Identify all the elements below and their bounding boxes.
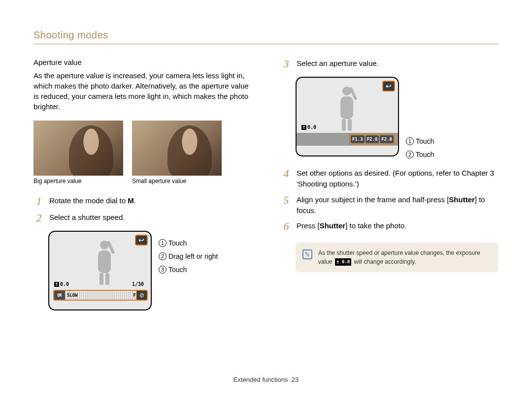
callout-1-text: Touch	[168, 239, 187, 247]
callout-2: 2Drag left or right	[159, 250, 218, 263]
step-6-pre: Press [	[297, 221, 320, 230]
circled-2-icon: 2	[406, 151, 414, 158]
screen-1-callouts: 1Touch 2Drag left or right 3Touch	[159, 237, 218, 310]
callout-1-text: Touch	[416, 137, 434, 145]
callout-2-text: Drag left or right	[168, 252, 218, 260]
slider-track[interactable]: SLOW FAST	[65, 291, 146, 300]
ev-icon-inline: ±	[336, 259, 339, 264]
aperture-option[interactable]: F1.3	[351, 135, 365, 143]
subject-silhouette-icon	[90, 241, 119, 285]
back-icon[interactable]: ↩	[135, 235, 148, 246]
shutter-keyword: Shutter	[320, 221, 346, 230]
step-6-text: Press [Shutter] to take the photo.	[297, 220, 406, 231]
ev-badge-value: 0.0	[342, 259, 350, 264]
shutter-value: 1/30	[132, 281, 144, 287]
step-5-text: Align your subject in the frame and half…	[297, 194, 499, 216]
callout-1: 1Touch	[159, 237, 218, 250]
ev-icon: ±	[301, 125, 306, 130]
page-footer: Extended functions 23	[0, 376, 532, 383]
caption-small-aperture: Small aperture value	[132, 178, 222, 185]
note-info-icon: ✎	[302, 249, 312, 259]
note-box: ✎ As the shutter speed or aperture value…	[296, 243, 499, 272]
ev-badge-icon: ± 0.0	[335, 258, 351, 266]
callout-2: 2Touch	[406, 148, 434, 161]
step-number: 6	[281, 220, 292, 232]
header-rule	[33, 44, 499, 44]
step-3: 3 Select an aperture value.	[281, 58, 499, 70]
step-4-text: Set other options as desired. (For optio…	[297, 168, 499, 189]
callout-3-text: Touch	[168, 266, 187, 274]
shutter-keyword: Shutter	[449, 195, 475, 204]
subject-silhouette-icon	[332, 87, 362, 131]
example-small-aperture: Small aperture value	[132, 121, 222, 185]
circled-2-icon: 2	[159, 252, 166, 260]
circled-1-icon: 1	[406, 137, 414, 145]
ev-readout: ± 0.0	[301, 124, 316, 130]
circled-3-icon: 3	[159, 266, 166, 274]
step-1-post: .	[134, 196, 136, 205]
ev-value: 0.0	[307, 124, 316, 130]
ok-button[interactable]: OK	[54, 291, 65, 300]
right-column: 3 Select an aperture value. ↩ ± 0.0 F1.3…	[281, 58, 499, 310]
step-1: 1 Rotate the mode dial to M.	[33, 195, 251, 207]
circled-1-icon: 1	[159, 239, 166, 247]
shutter-readout: 1/30	[132, 281, 144, 287]
screen-2-wrap: ↩ ± 0.0 F1.3 F2.8 F2.8 1Touch 2Touc	[296, 77, 499, 161]
aperture-option[interactable]: F2.8	[366, 135, 379, 143]
step-4: 4 Set other options as desired. (For opt…	[281, 168, 499, 189]
step-5-pre: Align your subject in the frame and half…	[297, 195, 449, 204]
slow-label: SLOW	[67, 293, 78, 298]
screen-2-callouts: 1Touch 2Touch	[406, 135, 434, 161]
camera-screen-aperture: ↩ ± 0.0 F1.3 F2.8 F2.8	[296, 77, 399, 156]
aperture-subhead: Aperture value	[33, 58, 251, 66]
screen-1-wrap: ↩ ± 0.0 1/30 OK SLOW FAST	[48, 231, 251, 310]
content-columns: Aperture value As the aperture value is …	[33, 58, 499, 310]
photo-big-aperture	[33, 121, 123, 176]
callout-2-text: Touch	[416, 151, 434, 158]
step-1-pre: Rotate the mode dial to	[49, 196, 128, 205]
aperture-body-text: As the aperture value is increased, your…	[33, 70, 251, 112]
lock-icon[interactable]: ⊘	[136, 290, 148, 301]
step-number: 1	[33, 195, 44, 207]
mode-m-icon: M	[128, 196, 134, 205]
ev-readout: ± 0.0	[54, 281, 69, 287]
left-column: Aperture value As the aperture value is …	[33, 58, 251, 310]
step-6: 6 Press [Shutter] to take the photo.	[281, 220, 499, 232]
step-number: 5	[281, 194, 292, 206]
camera-screen-shutter: ↩ ± 0.0 1/30 OK SLOW FAST	[48, 231, 152, 310]
step-2-text: Select a shutter speed.	[49, 212, 125, 223]
photo-small-aperture	[132, 121, 222, 176]
footer-page-number: 23	[292, 376, 299, 383]
callout-3: 3Touch	[159, 263, 218, 277]
callout-1: 1Touch	[406, 135, 434, 148]
back-icon[interactable]: ↩	[382, 81, 395, 92]
step-2: 2 Select a shutter speed.	[33, 212, 251, 224]
step-5: 5 Align your subject in the frame and ha…	[281, 194, 499, 216]
aperture-value-selector[interactable]: F1.3 F2.8 F2.8	[349, 134, 395, 145]
step-1-text: Rotate the mode dial to M.	[49, 195, 136, 206]
step-6-post: ] to take the photo.	[345, 221, 406, 230]
page-header: Shooting modes	[33, 30, 499, 44]
note-text: As the shutter speed or aperture value c…	[318, 248, 492, 266]
aperture-option[interactable]: F2.8	[380, 135, 394, 143]
step-number: 3	[281, 58, 292, 70]
ev-icon: ±	[54, 282, 59, 287]
step-number: 2	[33, 212, 44, 224]
caption-big-aperture: Big aperture value	[33, 178, 123, 185]
footer-section: Extended functions	[233, 376, 288, 383]
steps-left: 1 Rotate the mode dial to M. 2 Select a …	[33, 195, 251, 224]
step-number: 4	[281, 168, 292, 180]
step-3-text: Select an aperture value.	[297, 58, 379, 69]
note-post: will change accordingly.	[354, 258, 416, 265]
shutter-speed-slider[interactable]: OK SLOW FAST	[53, 290, 147, 301]
ev-value: 0.0	[60, 281, 69, 287]
section-title: Shooting modes	[33, 30, 499, 41]
example-photo-row: Big aperture value Small aperture value	[33, 121, 251, 185]
example-big-aperture: Big aperture value	[33, 121, 123, 185]
